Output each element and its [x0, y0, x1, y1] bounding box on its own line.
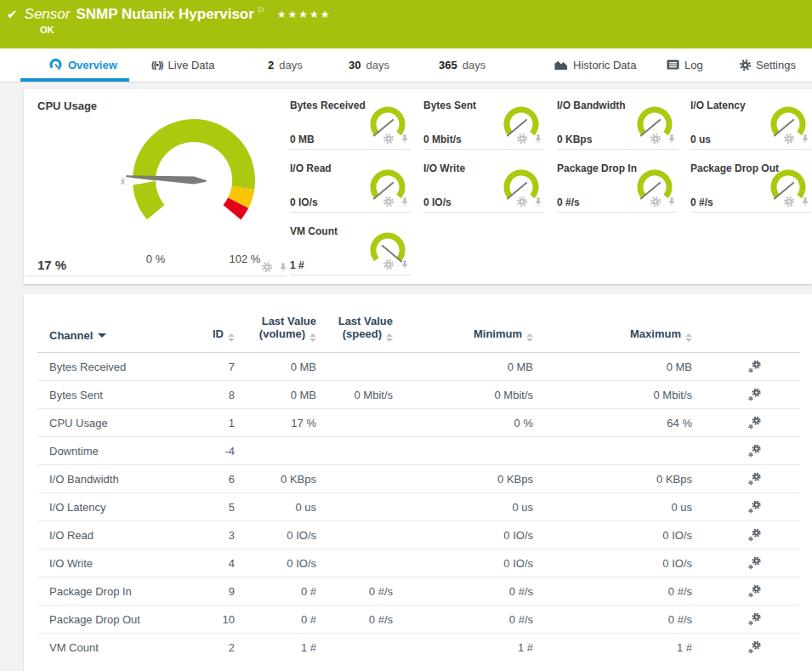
gauge-cell-package-drop-in: Package Drop In0 #/s: [557, 157, 678, 213]
table-row-i-o-read: I/O Read30 IO/s0 IO/s0 IO/s: [37, 521, 800, 549]
cell-last-value-volume: 0 IO/s: [247, 549, 333, 577]
cell-maximum: [550, 437, 709, 465]
cell-last-value-speed: 0 Mbit/s: [333, 381, 410, 409]
tab-historic-data[interactable]: Historic Data: [554, 48, 636, 81]
cell-last-value-volume: 0 MB: [247, 381, 333, 409]
channel-settings-button[interactable]: [747, 470, 763, 487]
channel-settings-button[interactable]: [747, 583, 763, 600]
unpin-button[interactable]: [799, 196, 811, 208]
table-row-downtime: Downtime-4: [37, 437, 800, 465]
tab-log[interactable]: Log: [667, 48, 703, 81]
channel-settings-icon: [748, 444, 761, 458]
channel-settings-button[interactable]: [747, 386, 763, 403]
gauge-cell-actions: [515, 195, 544, 208]
pin-icon: [400, 197, 409, 207]
cell-channel: VM Count: [37, 634, 190, 662]
table-row-package-drop-in: Package Drop In90 #0 #/s0 #/s0 #/s: [37, 577, 800, 606]
cell-channel: Package Drop In: [37, 577, 190, 606]
unpin-button[interactable]: [666, 133, 678, 145]
cell-last-value-volume: 0 MB: [247, 353, 333, 381]
unpin-button[interactable]: [399, 196, 411, 208]
gauge-settings-button[interactable]: [515, 132, 529, 145]
channel-settings-button[interactable]: [747, 414, 763, 431]
tab-overview[interactable]: Overview: [48, 48, 117, 81]
cell-minimum: 1 #: [410, 634, 550, 662]
channel-settings-button[interactable]: [747, 639, 763, 656]
gauge-icon: [48, 58, 63, 72]
unpin-button[interactable]: [666, 196, 678, 208]
col-header-minimum[interactable]: Minimum: [410, 294, 550, 353]
gauge-settings-button[interactable]: [782, 195, 796, 208]
col-header-last-value-volume[interactable]: Last Value (volume): [247, 294, 333, 353]
unpin-button[interactable]: [399, 259, 411, 271]
col-header-last-value-speed[interactable]: Last Value (speed): [333, 294, 410, 353]
sensor-name: SNMP Nutanix Hypervisor: [76, 6, 253, 23]
channel-settings-button[interactable]: [747, 498, 763, 515]
channel-settings-icon: [748, 388, 761, 401]
cell-minimum: 0 %: [410, 409, 550, 437]
log-list-icon: [667, 59, 679, 71]
gauge-cell-actions: [649, 132, 678, 145]
cell-maximum: 0 Mbit/s: [550, 381, 709, 409]
cell-id: -4: [190, 437, 247, 465]
gauge-settings-button[interactable]: [649, 195, 662, 208]
pin-icon: [801, 134, 809, 144]
unpin-button[interactable]: [532, 196, 544, 208]
col-header-id[interactable]: ID: [190, 294, 247, 353]
sort-desc-icon: [98, 333, 106, 338]
gauge-cell-actions: [782, 132, 811, 145]
tab-live-data[interactable]: ((•)) Live Data: [151, 48, 214, 81]
gauge-settings-button[interactable]: [649, 132, 662, 145]
cell-last-value-volume: 0 us: [247, 493, 333, 521]
table-row-bytes-received: Bytes Received70 MB0 MB0 MB: [37, 353, 800, 381]
gauge-settings-button[interactable]: [382, 258, 395, 271]
cell-id: 2: [190, 634, 247, 662]
channel-settings-button[interactable]: [747, 442, 763, 459]
priority-stars[interactable]: ★★★★★: [277, 9, 332, 20]
cell-maximum: 64 %: [550, 409, 709, 437]
gauge-settings-button[interactable]: [782, 132, 796, 145]
tab-settings[interactable]: Settings: [740, 48, 796, 81]
pin-icon: [801, 197, 809, 207]
sort-carets-icon: [228, 333, 235, 342]
channel-settings-button[interactable]: [747, 358, 763, 375]
gauges-panel: CPU Usage x̄ 0 % 102 % 17 % Bytes Receiv…: [24, 89, 812, 284]
gauge-settings-button[interactable]: [382, 132, 395, 145]
table-row-bytes-sent: Bytes Sent80 MB0 Mbit/s0 Mbit/s0 Mbit/s: [37, 381, 800, 409]
channel-settings-button[interactable]: [747, 526, 763, 543]
channel-settings-button[interactable]: [747, 554, 763, 571]
cell-last-value-speed: [333, 521, 410, 549]
gear-icon: [740, 60, 751, 71]
col-header-maximum[interactable]: Maximum: [550, 294, 709, 353]
gauge-settings-button[interactable]: [382, 195, 395, 208]
small-gauges-grid: Bytes Received0 MB Bytes Sent0 Mbit/s I/…: [290, 94, 811, 276]
cell-last-value-speed: 0 #/s: [333, 577, 410, 606]
gauge-settings-button[interactable]: [515, 195, 529, 208]
cell-minimum: 0 Mbit/s: [410, 381, 550, 409]
unpin-button[interactable]: [277, 261, 289, 274]
cell-last-value-speed: [333, 409, 410, 437]
channel-settings-icon: [748, 500, 761, 514]
cell-channel: Downtime: [37, 437, 190, 465]
cell-minimum: 0 #/s: [410, 606, 550, 634]
tab-30-days[interactable]: 30days: [349, 48, 389, 81]
unpin-button[interactable]: [799, 133, 811, 145]
tab-2-days[interactable]: 2days: [268, 48, 303, 81]
tab-365-days[interactable]: 365days: [439, 48, 485, 81]
flag-icon[interactable]: ⚐: [257, 5, 265, 16]
unpin-button[interactable]: [532, 133, 544, 145]
avg-marker-label: x̄: [121, 177, 125, 186]
cell-last-value-speed: [333, 437, 410, 465]
cell-last-value-volume: 1 #: [247, 634, 333, 662]
cell-last-value-volume: 0 #: [247, 606, 333, 634]
unpin-button[interactable]: [399, 133, 411, 145]
gauge-min-label: 0 %: [130, 253, 181, 265]
channel-settings-button[interactable]: [747, 611, 763, 628]
divider: [26, 276, 287, 276]
gauge-cell-actions: [382, 132, 411, 145]
cell-last-value-speed: [333, 465, 410, 493]
gauge-settings-button[interactable]: [260, 260, 274, 274]
col-header-channel[interactable]: Channel: [37, 294, 190, 353]
live-data-icon: ((•)): [151, 60, 163, 70]
cell-minimum: 0 IO/s: [410, 549, 550, 577]
